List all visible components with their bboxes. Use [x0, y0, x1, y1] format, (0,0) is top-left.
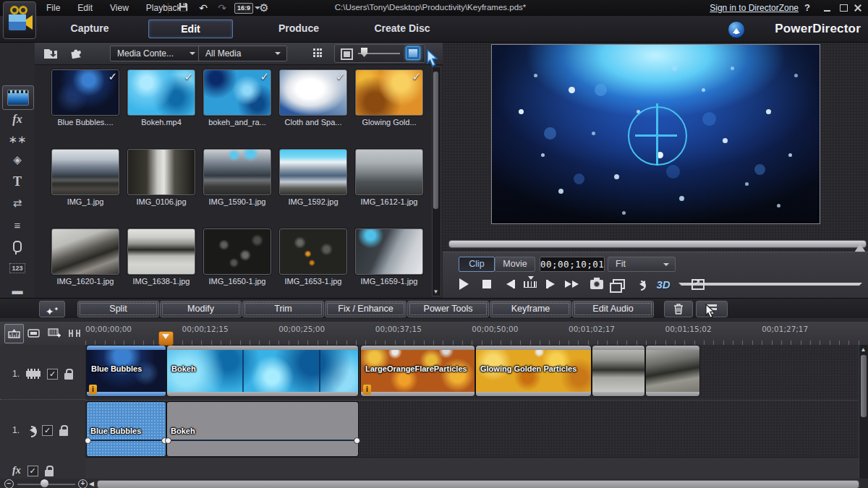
video-clip-largeorangeflareparticles[interactable]: LargeOrangeFlareParticlesi [361, 346, 475, 396]
storyboard-view-icon[interactable] [25, 324, 43, 342]
track-enable-checkbox[interactable]: ✓ [27, 466, 38, 476]
media-item-img-1638-1-jpg[interactable]: IMG_1638-1.jpg [125, 228, 197, 286]
media-item-glowing-gold[interactable]: ✓Glowing Gold... [353, 69, 425, 127]
keyframe-button[interactable]: Keyframe [490, 301, 571, 317]
volume-rubber-band[interactable] [87, 440, 166, 441]
3d-mode-button[interactable]: 3D [652, 275, 674, 293]
track-lock-icon[interactable] [59, 429, 68, 436]
undo-icon[interactable]: ↶ [195, 1, 211, 14]
voiceover-room-icon[interactable] [7, 237, 28, 256]
previous-frame-button[interactable] [499, 275, 518, 293]
timeline-horizontal-scrollbar[interactable] [97, 480, 859, 488]
preview-seek-slider[interactable] [448, 240, 867, 248]
track-lock-icon[interactable] [64, 373, 73, 380]
zoom-out-icon[interactable]: − [4, 479, 14, 488]
magic-fix-wand-icon[interactable]: ✦✦ [39, 301, 65, 317]
minimize-icon[interactable] [822, 4, 833, 12]
media-item-img-1592-jpg[interactable]: IMG_1592.jpg [277, 149, 349, 206]
media-item-img-1590-1-jpg[interactable]: IMG_1590-1.jpg [201, 149, 273, 206]
video-clip-bokeh[interactable]: Bokeh [167, 346, 358, 396]
video-clip[interactable] [646, 346, 699, 396]
tab-edit[interactable]: Edit [148, 20, 233, 38]
volume-keyframe-handle[interactable] [354, 437, 360, 444]
timeline-zoom-slider-thumb[interactable] [41, 479, 48, 487]
chapter-room-icon[interactable]: 123 [7, 259, 28, 278]
media-item-bokeh-and-ra[interactable]: ✓bokeh_and_ra... [201, 69, 273, 127]
track-manager-icon[interactable] [696, 301, 728, 317]
help-icon[interactable]: ? [801, 2, 813, 13]
fx-track[interactable] [85, 457, 859, 479]
media-item-img-0106-jpg[interactable]: IMG_0106.jpg [125, 149, 197, 206]
scroll-down-icon[interactable]: ▼ [433, 288, 439, 295]
add-track-icon[interactable] [45, 324, 63, 342]
power-tools-button[interactable]: Power Tools [407, 301, 489, 317]
volume-speaker-icon[interactable] [631, 275, 650, 293]
fix-enhance-button[interactable]: Fix / Enhance [325, 301, 407, 317]
download-template-puzzle-icon[interactable] [67, 45, 86, 61]
pip-objects-room-icon[interactable]: ∗∗ [7, 130, 28, 149]
split-button[interactable]: Split [77, 301, 159, 317]
zoom-in-icon[interactable]: + [78, 479, 88, 488]
menu-file[interactable]: File [38, 0, 69, 13]
clip-mode-button[interactable]: Clip [459, 257, 495, 272]
small-thumbnail-icon[interactable] [341, 48, 353, 60]
tab-create-disc[interactable]: Create Disc [358, 20, 446, 37]
volume-rubber-band[interactable] [167, 440, 358, 441]
close-icon[interactable] [852, 4, 864, 12]
effects-room-icon[interactable]: fx [7, 110, 28, 129]
scroll-left-icon[interactable]: ◀ [89, 480, 94, 487]
modify-button[interactable]: Modify [160, 301, 242, 317]
media-item-img-1620-1-jpg[interactable]: IMG_1620-1.jpg [49, 228, 122, 286]
particle-room-icon[interactable]: ◈ [7, 150, 28, 169]
maximize-icon[interactable] [838, 4, 849, 12]
delete-trash-icon[interactable] [664, 301, 693, 317]
subtitle-room-icon[interactable]: ▬ [7, 281, 28, 299]
media-item-blue-bubbles[interactable]: ✓Blue Bubbles.... [49, 69, 122, 127]
menu-edit[interactable]: Edit [69, 0, 101, 13]
keyframe-position-indicator[interactable] [628, 106, 687, 166]
media-item-cloth-and-spa[interactable]: ✓Cloth and Spa... [277, 69, 349, 127]
track-enable-checkbox[interactable]: ✓ [47, 369, 58, 380]
media-item-img-1653-1-jpg[interactable]: IMG_1653-1.jpg [277, 228, 349, 286]
aspect-ratio-button[interactable]: 16:9 [234, 3, 253, 14]
trim-button[interactable]: Trim [242, 301, 324, 317]
stop-button[interactable] [477, 275, 496, 293]
fast-forward-button[interactable] [564, 275, 583, 293]
clip-info-icon[interactable]: i [363, 385, 371, 395]
audio-clip-blue-bubbles[interactable]: Blue Bubbles [87, 402, 166, 456]
timecode-display[interactable]: 00;00;10;01 [540, 257, 605, 272]
clip-info-icon[interactable]: i [89, 385, 97, 395]
video-clip[interactable] [592, 346, 644, 396]
transition-room-icon[interactable]: ⇄ [7, 194, 28, 213]
seek-to-position-button[interactable] [521, 275, 540, 293]
playhead-marker[interactable] [158, 331, 174, 346]
timeline-view-icon[interactable] [4, 324, 24, 343]
save-icon[interactable] [175, 1, 191, 14]
video-clip-glowing-golden-particles[interactable]: Glowing Golden Particles [476, 346, 591, 396]
library-scrollbar[interactable]: ▼ [432, 67, 441, 296]
audio-clip-bokeh[interactable]: Bokeh [167, 402, 358, 456]
sign-in-link[interactable]: Sign in to DirectorZone [710, 3, 799, 13]
snapshot-camera-icon[interactable] [587, 275, 606, 293]
tab-capture[interactable]: Capture [46, 20, 133, 37]
timeline-scrollbar-thumb[interactable] [861, 355, 867, 417]
timeline-ruler[interactable]: 00;00;00;0000;00;12;1500;00;25;0000;00;3… [0, 322, 868, 346]
timeline-tracks[interactable]: Blue BubblesiBokehLargeOrangeFlarePartic… [85, 345, 859, 479]
undock-preview-icon[interactable] [689, 275, 707, 293]
tab-produce[interactable]: Produce [255, 20, 342, 37]
thumbnail-size-slider-thumb[interactable] [361, 48, 367, 57]
volume-keyframe-handle[interactable] [165, 437, 171, 444]
movie-mode-button[interactable]: Movie [495, 257, 535, 272]
media-item-bokeh-mp4[interactable]: ✓Bokeh.mp4 [125, 69, 197, 127]
media-item-img-1-jpg[interactable]: IMG_1.jpg [49, 149, 122, 206]
preview-window-icon[interactable] [609, 275, 628, 293]
timeline-vertical-scrollbar[interactable]: ▲ [859, 345, 868, 479]
snap-frames-icon[interactable] [65, 324, 83, 342]
library-scrollbar-thumb[interactable] [433, 72, 438, 209]
settings-gear-icon[interactable]: ⚙ [256, 1, 272, 14]
track-enable-checkbox[interactable]: ✓ [42, 425, 53, 436]
menu-view[interactable]: View [101, 0, 137, 13]
media-room-icon[interactable] [2, 85, 34, 110]
media-item-img-1659-1-jpg[interactable]: IMG_1659-1.jpg [353, 228, 425, 286]
audio-mixing-room-icon[interactable]: ≡ [7, 215, 28, 234]
